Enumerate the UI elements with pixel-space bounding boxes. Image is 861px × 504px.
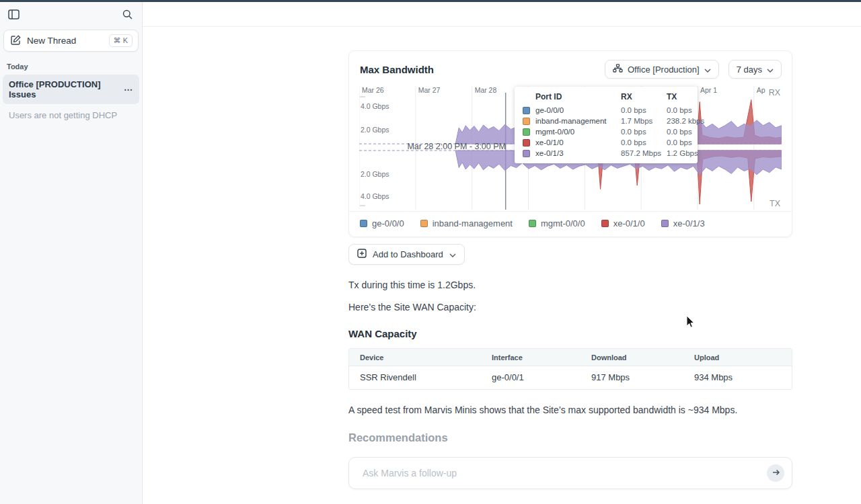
new-thread-label: New Thread — [27, 36, 103, 46]
svg-text:Ap: Ap — [757, 87, 765, 94]
tooltip-header-port: Port ID — [523, 92, 621, 103]
cell-upload: 934 Mbps — [683, 366, 792, 389]
bandwidth-plot[interactable]: Mar 26Mar 27Mar 28Apr 1Ap4.0 Gbps2.0 Gbp… — [359, 85, 782, 211]
series-swatch — [529, 220, 536, 227]
message-tx-summary: Tx during this time is 1.2Gbps. — [348, 280, 792, 290]
followup-input[interactable] — [363, 468, 760, 478]
wan-capacity-table: Device Interface Download Upload SSR Riv… — [348, 348, 792, 390]
chart-title: Max Bandwidth — [360, 64, 434, 75]
series-swatch — [360, 220, 367, 227]
tooltip-rx-value: 0.0 bps — [621, 106, 667, 114]
column-header-download: Download — [581, 349, 683, 366]
range-selector-label: 7 days — [737, 65, 762, 75]
app-window: New Thread ⌘ K Today Office [PRODUCTION]… — [0, 0, 861, 504]
tooltip-rx-value: 0.0 bps — [621, 128, 667, 136]
thread-menu-icon[interactable]: ⋯ — [124, 85, 133, 95]
column-header-device: Device — [349, 349, 481, 366]
compose-icon — [11, 35, 21, 47]
recommendations-heading: Recommendations — [348, 431, 792, 444]
sidebar-toggle-icon — [8, 9, 20, 22]
scope-selector-label: Office [Production] — [628, 65, 700, 75]
sidebar: New Thread ⌘ K Today Office [PRODUCTION]… — [0, 0, 143, 504]
svg-text:Mar 28: Mar 28 — [475, 87, 497, 94]
sidebar-toggle-button[interactable] — [7, 8, 21, 23]
top-accent-bar — [0, 0, 861, 2]
cell-download: 917 Mbps — [581, 366, 683, 389]
time-range-annotation: Mar 28 2:00 PM - 3:00 PM — [405, 142, 506, 151]
tooltip-rx-value: 1.7 Mbps — [621, 117, 667, 125]
legend-item-ge-0-0-0[interactable]: ge-0/0/0 — [360, 218, 404, 228]
chart-tooltip: Port ID RX TX ge-0/0/0 0.0 bps 0.0 bps i… — [515, 87, 698, 163]
max-bandwidth-card: Max Bandwidth Office [ — [348, 50, 792, 237]
series-swatch — [523, 139, 530, 146]
tooltip-tx-value: 0.0 bps — [667, 138, 706, 146]
legend-item-mgmt-0-0-0[interactable]: mgmt-0/0/0 — [529, 218, 585, 228]
tooltip-rx-value: 857.2 Mbps — [621, 149, 667, 157]
chart-legend: ge-0/0/0 inband-management mgmt-0/0/0 xe… — [349, 211, 792, 237]
series-swatch — [601, 220, 609, 227]
sidebar-item-office-production-issues[interactable]: Office [PRODUCTION] Issues ⋯ — [3, 75, 139, 104]
tooltip-port: ge-0/0/0 — [523, 106, 621, 114]
chevron-down-icon — [449, 249, 456, 259]
series-swatch — [523, 150, 530, 157]
main-header-divider — [143, 0, 861, 27]
series-swatch — [661, 220, 669, 227]
send-button[interactable] — [767, 464, 784, 482]
add-to-dashboard-icon — [357, 249, 367, 260]
svg-text:2.0 Gbps: 2.0 Gbps — [361, 171, 389, 178]
legend-item-xe-0-1-3[interactable]: xe-0/1/3 — [661, 218, 705, 228]
tooltip-tx-value: 238.2 kbps — [667, 117, 706, 125]
legend-item-xe-0-1-0[interactable]: xe-0/1/0 — [601, 218, 645, 228]
tooltip-header-tx: TX — [667, 92, 706, 103]
svg-text:4.0 Gbps: 4.0 Gbps — [361, 193, 389, 200]
svg-text:4.0 Gbps: 4.0 Gbps — [361, 103, 389, 110]
thread-label: Office [PRODUCTION] Issues — [9, 79, 124, 99]
tooltip-port: inband-management — [523, 117, 621, 125]
rx-axis-label: RX — [769, 88, 780, 97]
wan-capacity-heading: WAN Capacity — [348, 328, 792, 339]
svg-text:2.0 Gbps: 2.0 Gbps — [361, 126, 389, 134]
site-hierarchy-icon — [613, 64, 623, 75]
column-header-upload: Upload — [683, 349, 792, 366]
scope-selector[interactable]: Office [Production] — [605, 60, 719, 79]
sidebar-item-users-dhcp[interactable]: Users are not getting DHCP — [3, 106, 139, 125]
search-icon — [122, 9, 133, 22]
followup-input-container — [348, 457, 792, 489]
message-speed-test: A speed test from Marvis Minis shows tha… — [348, 405, 792, 415]
series-swatch — [523, 118, 530, 125]
tooltip-port: xe-0/1/0 — [523, 138, 621, 146]
tooltip-tx-value: 1.2 Gbps — [667, 149, 706, 157]
svg-text:Mar 26: Mar 26 — [362, 87, 384, 94]
series-swatch — [420, 220, 428, 227]
main-area: Max Bandwidth Office [ — [143, 0, 861, 504]
tooltip-tx-value: 0.0 bps — [667, 106, 706, 114]
column-header-interface: Interface — [481, 349, 581, 366]
svg-text:Mar 27: Mar 27 — [418, 87, 441, 94]
tx-axis-label: TX — [770, 199, 780, 208]
range-selector[interactable]: 7 days — [728, 60, 782, 79]
add-to-dashboard-button[interactable]: Add to Dashboard — [348, 244, 465, 265]
tooltip-port: mgmt-0/0/0 — [523, 128, 621, 136]
table-row: SSR Rivendell ge-0/0/1 917 Mbps 934 Mbps — [349, 366, 792, 389]
chevron-down-icon — [767, 65, 774, 75]
cell-device: SSR Rivendell — [349, 366, 481, 389]
tooltip-tx-value: 0.0 bps — [667, 128, 706, 136]
cell-interface: ge-0/0/1 — [481, 366, 581, 389]
tooltip-header-rx: RX — [621, 92, 667, 103]
chevron-down-icon — [704, 65, 711, 75]
series-swatch — [523, 128, 530, 136]
legend-item-inband-management[interactable]: inband-management — [420, 218, 513, 228]
table-header-row: Device Interface Download Upload — [349, 349, 792, 366]
tooltip-rx-value: 0.0 bps — [621, 138, 667, 146]
add-to-dashboard-label: Add to Dashboard — [373, 249, 443, 259]
arrow-right-icon — [772, 468, 780, 478]
conversation-content: Max Bandwidth Office [ — [348, 27, 792, 489]
search-button[interactable] — [121, 8, 134, 23]
series-swatch — [523, 107, 530, 114]
sidebar-section-label: Today — [0, 52, 142, 75]
message-wan-intro: Here’s the Site WAN Capacity: — [348, 302, 792, 312]
thread-label: Users are not getting DHCP — [9, 110, 117, 120]
new-thread-button[interactable]: New Thread ⌘ K — [3, 30, 139, 52]
tooltip-port: xe-0/1/3 — [523, 149, 621, 157]
keyboard-shortcut-badge: ⌘ K — [109, 34, 133, 47]
